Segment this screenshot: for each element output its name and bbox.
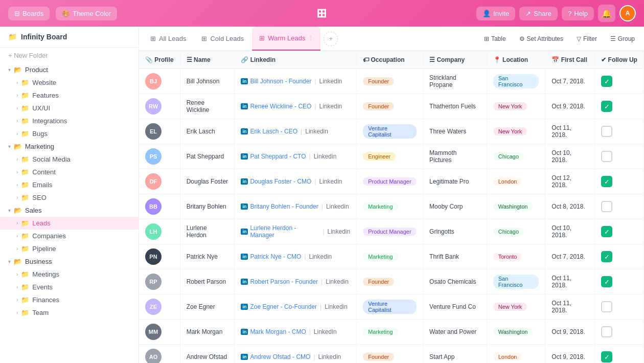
table-container: 📎 Profile ☰ Name 🔗 Linkedin 🏷 Occupation… (139, 51, 644, 363)
folder-team-icon: 📁 (21, 309, 29, 316)
cell-follow-up[interactable]: ✓ (595, 169, 644, 194)
occupation-badge: Marketing (363, 253, 398, 261)
linkedin-link[interactable]: in Patrick Nye - CMO | Linkedin (241, 253, 350, 260)
cell-follow-up[interactable] (595, 144, 644, 169)
boards-button[interactable]: ⊟ Boards (8, 7, 50, 20)
sidebar-item-pipeline[interactable]: › 📁 Pipeline (0, 242, 139, 255)
linkedin-link[interactable]: in Pat Sheppard - CTO | Linkedin (241, 153, 350, 160)
cell-follow-up[interactable]: ✓ (595, 219, 644, 244)
sidebar-group-marketing[interactable]: ▾ 📂 Marketing (0, 140, 139, 153)
cell-profile: PN (139, 244, 180, 269)
tab-warm-leads[interactable]: ⊞ Warm Leads ⋮ (252, 27, 320, 51)
cell-occupation: Engineer (357, 144, 423, 169)
sidebar-item-team[interactable]: › 📁 Team (0, 306, 139, 319)
cell-occupation: Founder (357, 69, 423, 94)
cell-follow-up[interactable]: ✓ (595, 345, 644, 364)
share-button[interactable]: ↗ Share (519, 7, 558, 20)
sidebar-group-sales[interactable]: ▾ 📂 Sales (0, 204, 139, 217)
help-button[interactable]: ? Help (562, 7, 594, 20)
chevron-right-icon: › (16, 195, 18, 200)
sidebar-item-seo[interactable]: › 📁 SEO (0, 191, 139, 204)
notifications-button[interactable]: 🔔 (598, 5, 615, 22)
sidebar-item-emails[interactable]: › 📁 Emails (0, 178, 139, 191)
occupation-badge: Founder (363, 77, 394, 85)
cell-follow-up[interactable] (595, 320, 644, 345)
profile-avatar: ZE (145, 299, 162, 315)
cell-follow-up[interactable] (595, 294, 644, 320)
linkedin-logo: in (241, 128, 248, 134)
sidebar-title-text: Infinity Board (21, 33, 67, 41)
cell-company: Mooby Corp (423, 194, 487, 219)
folder-companies-icon: 📁 (21, 232, 29, 240)
sidebar-group-business[interactable]: ▾ 📂 Business (0, 255, 139, 268)
linkedin-link[interactable]: in Erik Lasch - CEO | Linkedin (241, 128, 350, 135)
linkedin-link[interactable]: in Mark Morgan - CMO | Linkedin (241, 328, 350, 335)
check-empty-box[interactable] (601, 326, 612, 337)
sidebar-item-website[interactable]: › 📁 Website (0, 76, 139, 89)
cell-company: Thrift Bank (423, 244, 487, 269)
cell-follow-up[interactable] (595, 194, 644, 219)
location-badge: Washington (493, 328, 533, 336)
group-button[interactable]: ☰ Group (605, 33, 640, 45)
sidebar-group-product[interactable]: ▾ 📂 Product (0, 63, 139, 76)
list-icon: ☰ (187, 56, 192, 63)
check-empty-box[interactable] (601, 201, 612, 212)
sidebar-item-integrations[interactable]: › 📁 Integrations (0, 115, 139, 127)
cell-follow-up[interactable]: ✓ (595, 69, 644, 94)
cell-follow-up[interactable] (595, 119, 644, 144)
folder-sales-icon: 📂 (14, 207, 22, 214)
check-empty-box[interactable] (601, 151, 612, 162)
filter-button[interactable]: ▽ Filter (571, 33, 602, 45)
check-empty-box[interactable] (601, 301, 612, 312)
set-attributes-button[interactable]: ⚙ Set Attributes (514, 33, 568, 45)
table-view-button[interactable]: ⊞ Table (479, 33, 511, 45)
linkedin-link[interactable]: in Andrew Ofstad - CMO | Linkedin (241, 353, 350, 360)
sidebar-item-bugs[interactable]: › 📁 Bugs (0, 127, 139, 140)
occupation-badge: Product Manager (363, 177, 416, 186)
sidebar-item-uxui[interactable]: › 📁 UX/UI (0, 102, 139, 115)
cell-follow-up[interactable]: ✓ (595, 94, 644, 119)
folder-finances-icon: 📁 (21, 296, 29, 304)
cell-linkedin: in Douglas Foster - CMO | Linkedin (235, 169, 357, 194)
cell-location: London (487, 169, 545, 194)
sidebar-item-content[interactable]: › 📁 Content (0, 166, 139, 178)
cell-location: Washington (487, 194, 545, 219)
sidebar-item-finances[interactable]: › 📁 Finances (0, 293, 139, 306)
location-badge: New York (493, 127, 527, 135)
cell-company: Legitimate Pro (423, 169, 487, 194)
occupation-badge: Founder (363, 278, 394, 286)
folder-meetings-icon: 📁 (21, 270, 29, 278)
folder-website-icon: 📁 (21, 79, 29, 86)
linkedin-link[interactable]: in Zoe Egner - Co-Founder | Linkedin (241, 303, 350, 310)
occupation-badge: Engineer (363, 152, 396, 161)
cell-follow-up[interactable]: ✓ (595, 244, 644, 269)
linkedin-link[interactable]: in Bill Johnson - Founder | Linkedin (241, 78, 350, 85)
new-folder-button[interactable]: + New Folder (0, 48, 139, 63)
sidebar-item-companies[interactable]: › 📁 Companies (0, 230, 139, 242)
chevron-right-icon: › (16, 169, 18, 175)
sidebar-item-leads[interactable]: › 📁 Leads (0, 217, 139, 230)
linkedin-link[interactable]: in Lurlene Herdon - Manager | Linkedin (241, 224, 350, 239)
add-tab-button[interactable]: + (324, 32, 338, 46)
cell-name: Lurlene Herdon (180, 219, 235, 244)
linkedin-link[interactable]: in Robert Parson - Founder | Linkedin (241, 278, 350, 285)
sidebar-item-features[interactable]: › 📁 Features (0, 89, 139, 102)
tab-cold-leads[interactable]: ⊞ Cold Leads (194, 27, 251, 51)
col-profile: 📎 Profile (139, 51, 180, 69)
cell-profile: MM (139, 320, 180, 345)
linkedin-link[interactable]: in Britany Bohlen - Founder | Linkedin (241, 203, 350, 210)
linkedin-link[interactable]: in Renee Wickline - CEO | Linkedin (241, 103, 350, 110)
cell-follow-up[interactable]: ✓ (595, 269, 644, 294)
tab-all-leads[interactable]: ⊞ All Leads (143, 27, 193, 51)
invite-button[interactable]: 👤 Invite (476, 7, 515, 20)
cell-linkedin: in Andrew Ofstad - CMO | Linkedin (235, 345, 357, 364)
cell-company: Gringotts (423, 219, 487, 244)
user-avatar[interactable]: A (619, 5, 636, 21)
sidebar-item-social-media[interactable]: › 📁 Social Media (0, 153, 139, 166)
sidebar-item-events[interactable]: › 📁 Events (0, 281, 139, 293)
linkedin-link[interactable]: in Douglas Foster - CMO | Linkedin (241, 178, 350, 185)
theme-color-button[interactable]: 🎨 Theme Color (56, 7, 117, 20)
sidebar-item-meetings[interactable]: › 📁 Meetings (0, 268, 139, 281)
check-empty-box[interactable] (601, 126, 612, 137)
table-row: AOAndrew Ofstadin Andrew Ofstad - CMO | … (139, 345, 644, 364)
